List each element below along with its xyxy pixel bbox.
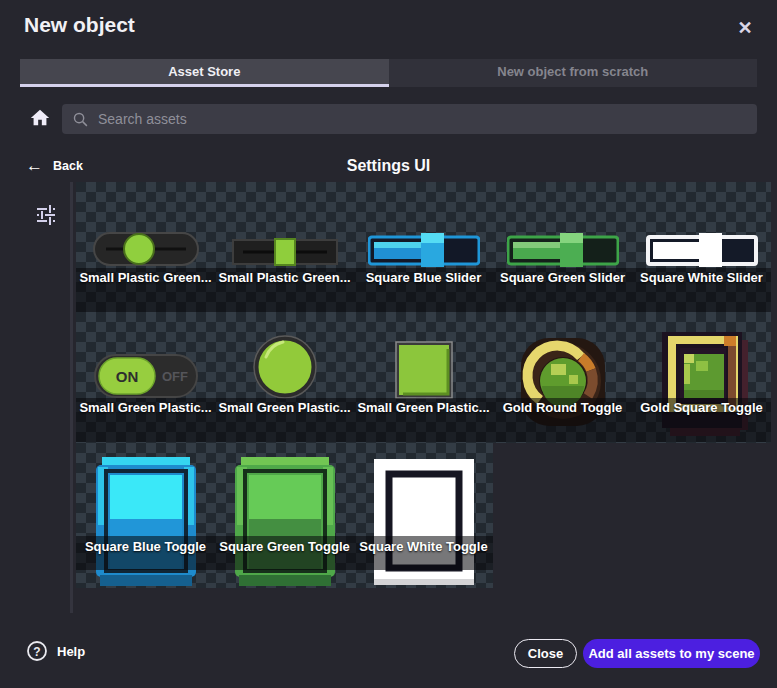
asset-label: Gold Square Toggle [640,400,763,415]
asset-label: Square Blue Toggle [85,539,206,554]
search-input[interactable] [98,111,757,127]
asset-label: Small Plastic Green... [218,270,350,285]
asset-row-2: ON OFF Small Green Plastic... Small Gree… [76,312,771,443]
on-off-toggle-image: ON OFF [94,353,198,399]
asset-label: Square Green Toggle [219,539,350,554]
section-title: Settings UI [0,157,777,175]
close-icon[interactable]: ✕ [731,14,759,42]
tab-new-object-from-scratch[interactable]: New object from scratch [389,59,758,87]
svg-text:?: ? [33,645,40,659]
asset-label: Square White Slider [640,270,763,285]
tab-bar: Asset Store New object from scratch [20,59,757,87]
rect-slider-image [232,236,338,268]
search-icon [72,111,89,128]
pill-slider-image [93,230,199,268]
search-bar [62,104,757,134]
asset-label: Small Green Plastic... [218,400,350,415]
filter-icon[interactable] [32,202,60,230]
help-label: Help [57,644,85,659]
asset-row-3: Square Blue Toggle Square Green Toggle [76,443,493,588]
svg-text:ON: ON [115,368,138,385]
close-button[interactable]: Close [514,639,577,668]
tab-asset-store[interactable]: Asset Store [20,59,389,87]
asset-label: Small Plastic Green... [79,270,211,285]
white-slider-image [646,232,758,268]
home-icon[interactable] [26,105,54,133]
asset-label: Small Green Plastic... [79,400,211,415]
asset-row-1: Small Plastic Green... Small Plastic Gre… [76,182,771,312]
help-icon: ? [26,640,48,662]
green-slider-image [507,232,619,268]
svg-text:OFF: OFF [162,369,188,384]
asset-label: Square White Toggle [359,539,487,554]
new-object-dialog: New object ✕ Asset Store New object from… [0,0,777,688]
dialog-title: New object [24,13,135,37]
green-square-button-image [395,341,453,399]
grid-left-divider [70,182,73,613]
help-button[interactable]: ? Help [26,640,85,662]
asset-label: Square Blue Slider [366,270,482,285]
asset-label: Small Green Plastic... [357,400,489,415]
add-all-assets-button[interactable]: Add all assets to my scene [583,639,760,668]
asset-label: Square Green Slider [500,270,625,285]
blue-slider-image [368,232,480,268]
green-circle-button-image [253,335,317,399]
asset-label: Gold Round Toggle [503,400,623,415]
